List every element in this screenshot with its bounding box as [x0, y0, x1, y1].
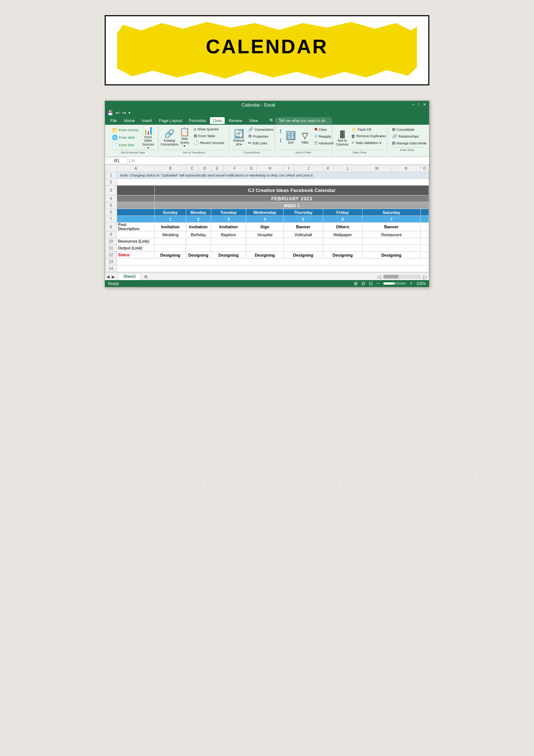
from-text-btn[interactable]: 📄 From Text: [110, 141, 140, 149]
cell-10c[interactable]: [186, 238, 211, 245]
view-page-layout[interactable]: ⊟: [361, 281, 365, 286]
cell-resources-label[interactable]: Resources (Link):: [117, 238, 155, 245]
advanced-btn[interactable]: ▽ Advanced: [313, 140, 335, 146]
cell-9g[interactable]: Hospital: [246, 231, 284, 238]
cell-8m[interactable]: Banner: [363, 223, 421, 231]
formula-input[interactable]: [136, 158, 428, 163]
cell-date-7[interactable]: 7: [363, 216, 421, 223]
consolidate-btn[interactable]: ⊞ Consolidate: [390, 126, 428, 133]
undo-icon[interactable]: ↩: [116, 110, 120, 116]
from-table-btn[interactable]: ⊞ From Table: [192, 133, 226, 139]
cell-wednesday[interactable]: Wednesday: [246, 209, 284, 216]
show-queries-btn[interactable]: ≡ Show Queries: [192, 126, 226, 132]
cell-8i[interactable]: Banner: [284, 223, 323, 231]
cell-9m[interactable]: Restaurant: [363, 231, 421, 238]
cell-9e[interactable]: Baptism: [211, 231, 246, 238]
from-access-btn[interactable]: 📁 From Access: [110, 126, 140, 133]
col-header-a[interactable]: A: [117, 165, 155, 172]
sheet-scroll-left[interactable]: ◀: [106, 274, 110, 279]
from-web-btn[interactable]: 🌐 From Web: [110, 134, 140, 141]
cell-9c[interactable]: Birthday: [186, 231, 211, 238]
connections-btn[interactable]: 🔗 Connections: [247, 126, 275, 133]
cell-empty-13[interactable]: [117, 259, 429, 265]
menu-view[interactable]: View: [246, 117, 261, 124]
cell-status-g[interactable]: Designing: [246, 252, 284, 259]
cell-status-i[interactable]: Designing: [284, 252, 323, 259]
reapply-btn[interactable]: ↺ Reapply: [313, 133, 335, 139]
cell-empty-14[interactable]: [117, 265, 429, 272]
col-header-b[interactable]: B: [155, 165, 186, 172]
tell-me-input[interactable]: Tell me what you want to do...: [275, 118, 332, 124]
menu-file[interactable]: File: [107, 117, 120, 124]
view-page-break[interactable]: ⊡: [369, 281, 373, 286]
col-header-o[interactable]: O: [420, 165, 429, 172]
cell-date-3[interactable]: 3: [211, 216, 246, 223]
cell-11b[interactable]: [155, 245, 186, 252]
cell-9a[interactable]: [117, 231, 155, 238]
cell-status-e[interactable]: Designing: [211, 252, 246, 259]
flash-fill-btn[interactable]: ⚡ Flash Fill: [350, 126, 387, 133]
manage-data-btn[interactable]: ⊞ Manage Data Mode: [390, 140, 428, 146]
col-header-i[interactable]: I: [284, 165, 294, 172]
cell-month[interactable]: FEBRUARY 2023: [155, 195, 429, 202]
customize-qat[interactable]: ▾: [128, 111, 130, 115]
cell-10m[interactable]: [363, 238, 421, 245]
cell-note[interactable]: Note: Changing status to "Uploaded" will…: [117, 172, 429, 179]
cell-12o[interactable]: [420, 252, 429, 259]
remove-duplicates-btn[interactable]: 🗑 Remove Duplicates: [350, 133, 387, 139]
cell-thursday[interactable]: Thursday: [284, 209, 323, 216]
sort-za-btn[interactable]: ↕: [278, 136, 283, 145]
col-header-d[interactable]: D: [198, 165, 211, 172]
edit-links-btn[interactable]: ✏ Edit Links: [247, 140, 275, 146]
col-header-g[interactable]: G: [246, 165, 256, 172]
cell-date-2[interactable]: 2: [186, 216, 211, 223]
clear-btn[interactable]: ✖ Clear: [313, 126, 335, 133]
cell-status-k[interactable]: Designing: [323, 252, 362, 259]
cell-10o[interactable]: [420, 238, 429, 245]
col-header-n[interactable]: N: [391, 165, 420, 172]
col-header-m[interactable]: M: [363, 165, 392, 172]
cell-6a[interactable]: [117, 209, 155, 216]
name-box[interactable]: [106, 158, 127, 164]
cell-friday[interactable]: Friday: [323, 209, 362, 216]
cell-11m[interactable]: [363, 245, 421, 252]
cell-10k[interactable]: [323, 238, 362, 245]
close-btn[interactable]: ✕: [423, 102, 426, 107]
cell-9k[interactable]: Wallpaper: [323, 231, 362, 238]
cell-10g[interactable]: [246, 238, 284, 245]
data-validation-btn[interactable]: ✓ Data Validation ▾: [350, 139, 387, 146]
cell-status-c[interactable]: Designing: [186, 252, 211, 259]
cell-status-label[interactable]: Status: [117, 252, 155, 259]
cell-11i[interactable]: [284, 245, 323, 252]
zoom-in[interactable]: +: [410, 281, 412, 286]
zoom-out[interactable]: ─: [377, 281, 380, 286]
maximize-btn[interactable]: □: [418, 102, 420, 107]
col-header-c[interactable]: C: [186, 165, 198, 172]
cell-empty-2[interactable]: [117, 179, 429, 186]
cell-date-1[interactable]: 1: [155, 216, 186, 223]
cell-10i[interactable]: [284, 238, 323, 245]
menu-data[interactable]: Data: [210, 117, 225, 124]
properties-btn[interactable]: ⚙ Properties: [247, 133, 275, 139]
col-header-k[interactable]: K: [323, 165, 333, 172]
cell-11o[interactable]: [420, 245, 429, 252]
cell-monday[interactable]: Monday: [186, 209, 211, 216]
cell-9i[interactable]: Volleyball: [284, 231, 323, 238]
cell-8e[interactable]: Invitation: [211, 223, 246, 231]
cell-status-m[interactable]: Designing: [363, 252, 421, 259]
cell-8b[interactable]: Invitation: [155, 223, 186, 231]
redo-icon[interactable]: ↪: [122, 110, 126, 116]
filter-btn[interactable]: ▽ Filter: [298, 126, 312, 149]
cell-3a[interactable]: [117, 186, 155, 195]
recent-sources-btn[interactable]: 🕐 Recent Sources: [192, 139, 226, 146]
cell-11g[interactable]: [246, 245, 284, 252]
menu-review[interactable]: Review: [225, 117, 245, 124]
cell-title[interactable]: CJ Creative Ideas Facebook Calendar: [155, 186, 429, 195]
cell-11e[interactable]: [211, 245, 246, 252]
col-header-f[interactable]: F: [223, 165, 246, 172]
cell-9o[interactable]: [420, 231, 429, 238]
cell-5a[interactable]: [117, 202, 155, 209]
menu-home[interactable]: Home: [121, 117, 138, 124]
cell-8o[interactable]: [420, 223, 429, 231]
cell-saturday[interactable]: Saturday: [363, 209, 421, 216]
